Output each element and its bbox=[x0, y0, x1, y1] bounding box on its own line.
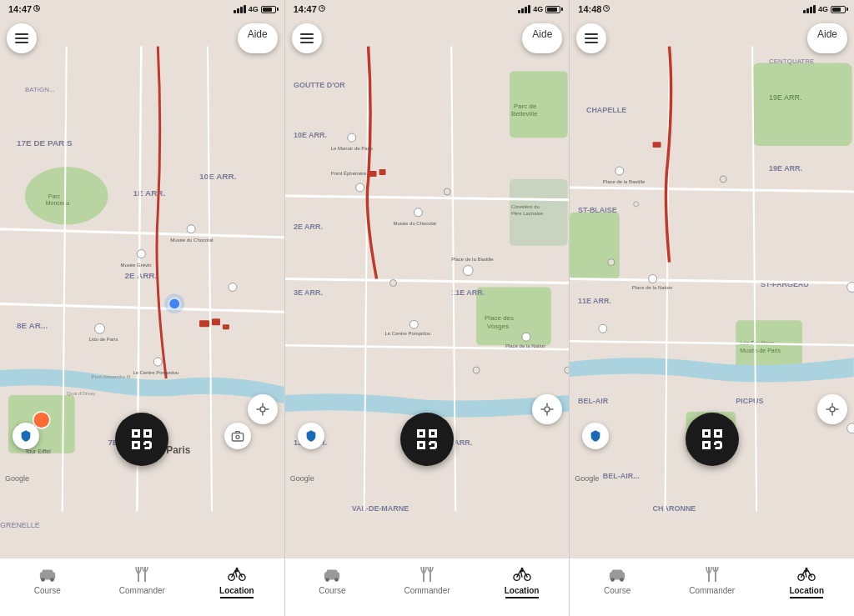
svg-text:1E ARR.: 1E ARR. bbox=[133, 188, 165, 198]
svg-rect-114 bbox=[430, 431, 436, 437]
shield-button-2[interactable] bbox=[298, 423, 324, 449]
signal-bars-1 bbox=[234, 5, 246, 13]
tab-location-1[interactable]: Location bbox=[189, 565, 284, 598]
screen-2: 14:47 4G Parc de Belleville bbox=[285, 0, 570, 616]
tab-location-3[interactable]: Location bbox=[759, 565, 854, 598]
tab-course-1[interactable]: Course bbox=[0, 565, 95, 598]
location-center-button-3[interactable] bbox=[817, 394, 847, 424]
scan-button-2[interactable] bbox=[400, 413, 454, 466]
aide-button-2[interactable]: Aide bbox=[522, 23, 562, 53]
svg-text:8E AR...: 8E AR... bbox=[17, 321, 48, 330]
tab-bar-3: Course Commander bbox=[570, 558, 854, 616]
tab-commander-2[interactable]: Commander bbox=[379, 565, 475, 598]
svg-point-190 bbox=[806, 568, 808, 570]
svg-text:Quai d'Orsay: Quai d'Orsay bbox=[67, 391, 96, 396]
svg-point-104 bbox=[444, 188, 450, 195]
svg-text:3E ARR.: 3E ARR. bbox=[294, 288, 323, 297]
status-bar-2: 14:47 4G bbox=[285, 0, 570, 18]
tab-active-indicator-2 bbox=[505, 597, 539, 598]
svg-point-93 bbox=[414, 208, 422, 217]
svg-rect-174 bbox=[715, 431, 721, 437]
svg-point-157 bbox=[649, 275, 657, 283]
google-logo-3: Google bbox=[575, 474, 599, 483]
svg-rect-45 bbox=[232, 433, 243, 441]
svg-point-167 bbox=[847, 423, 854, 433]
aide-button-3[interactable]: Aide bbox=[807, 23, 847, 53]
tab-course-label-3: Course bbox=[604, 586, 630, 595]
screen-1: 14:47 4G Parc Mo bbox=[0, 0, 285, 616]
screens-container: 14:47 4G Parc Mo bbox=[0, 0, 854, 616]
svg-rect-135 bbox=[570, 213, 620, 279]
svg-text:Paris: Paris bbox=[166, 444, 191, 456]
svg-text:2E ARR.: 2E ARR. bbox=[124, 272, 157, 281]
svg-point-107 bbox=[564, 367, 569, 373]
network-type-2: 4G bbox=[533, 5, 543, 13]
svg-point-160 bbox=[847, 282, 854, 292]
scan-button-1[interactable] bbox=[115, 413, 168, 466]
svg-rect-133 bbox=[752, 63, 852, 147]
hamburger-button-1[interactable] bbox=[7, 23, 37, 53]
svg-point-30 bbox=[33, 412, 50, 428]
svg-text:BEL-AIR...: BEL-AIR... bbox=[603, 472, 640, 480]
network-type-1: 4G bbox=[249, 5, 259, 13]
status-bar-3: 14:48 4G bbox=[570, 0, 854, 18]
signal-bars-2 bbox=[518, 5, 530, 13]
aide-button-1[interactable]: Aide bbox=[238, 23, 278, 53]
svg-point-182 bbox=[610, 578, 615, 582]
svg-text:VAL-DE-MARNE: VAL-DE-MARNE bbox=[351, 504, 408, 513]
svg-rect-37 bbox=[199, 320, 209, 327]
status-icons-3: 4G bbox=[803, 5, 846, 13]
svg-point-21 bbox=[95, 323, 105, 333]
svg-text:Musée du Chocolat: Musée du Chocolat bbox=[170, 238, 214, 243]
svg-text:Cimetière du: Cimetière du bbox=[511, 204, 540, 209]
svg-point-29 bbox=[229, 283, 237, 291]
svg-point-23 bbox=[137, 250, 145, 258]
tab-location-label-1: Location bbox=[219, 586, 254, 595]
svg-text:Point Éphémère: Point Éphémère bbox=[330, 171, 366, 176]
svg-text:GOUTTE D'OR: GOUTTE D'OR bbox=[294, 81, 345, 89]
svg-text:PICPUS: PICPUS bbox=[736, 397, 764, 405]
tab-active-indicator-3 bbox=[790, 597, 823, 598]
tab-active-indicator-1 bbox=[220, 597, 254, 598]
svg-rect-47 bbox=[133, 431, 139, 437]
camera-button-1[interactable] bbox=[224, 423, 251, 449]
tab-commander-3[interactable]: Commander bbox=[665, 565, 760, 598]
tab-course-3[interactable]: Course bbox=[570, 565, 665, 598]
svg-text:Belleville: Belleville bbox=[511, 110, 538, 118]
map-controls-2: Aide bbox=[285, 18, 570, 58]
svg-point-2 bbox=[25, 167, 108, 225]
svg-point-108 bbox=[545, 407, 550, 412]
tab-commander-label-2: Commander bbox=[404, 586, 450, 595]
bike-icon-1 bbox=[228, 565, 246, 583]
tab-location-label-2: Location bbox=[505, 586, 540, 595]
hamburger-button-3[interactable] bbox=[576, 23, 606, 53]
svg-point-155 bbox=[615, 167, 624, 175]
svg-text:Place de la Bastille: Place de la Bastille bbox=[603, 179, 646, 184]
screen-3: 14:48 4G 19E ARR. bbox=[570, 0, 854, 616]
svg-point-46 bbox=[236, 435, 239, 438]
svg-text:Père Lachaise: Père Lachaise bbox=[511, 211, 544, 216]
tab-location-2[interactable]: Location bbox=[475, 565, 570, 598]
svg-text:BEL-AIR: BEL-AIR bbox=[578, 397, 609, 405]
svg-text:Le Centre Pompidou: Le Centre Pompidou bbox=[133, 370, 178, 375]
scan-button-3[interactable] bbox=[686, 413, 739, 466]
svg-point-106 bbox=[473, 367, 480, 373]
location-center-button-1[interactable] bbox=[248, 394, 278, 424]
svg-text:Le Manoir de Paris: Le Manoir de Paris bbox=[330, 146, 372, 151]
svg-point-89 bbox=[347, 133, 355, 142]
battery-2 bbox=[545, 6, 560, 13]
shield-button-1[interactable] bbox=[13, 423, 39, 449]
hamburger-line-2 bbox=[15, 38, 28, 39]
tab-commander-1[interactable]: Commander bbox=[95, 565, 190, 598]
map-area-1: Parc Monceau Champ de Mars 17E DE PARIS … bbox=[0, 0, 284, 558]
tab-course-2[interactable]: Course bbox=[285, 565, 380, 598]
svg-text:Place de la Nation: Place de la Nation bbox=[505, 343, 545, 348]
map-controls-1: Aide bbox=[0, 18, 284, 58]
tab-commander-label-1: Commander bbox=[119, 586, 165, 595]
svg-text:19E ARR.: 19E ARR. bbox=[769, 164, 802, 173]
svg-point-159 bbox=[599, 324, 607, 333]
hamburger-button-2[interactable] bbox=[292, 23, 322, 53]
svg-point-27 bbox=[153, 358, 162, 366]
google-logo-2: Google bbox=[290, 474, 314, 483]
bike-icon-3 bbox=[797, 565, 816, 583]
